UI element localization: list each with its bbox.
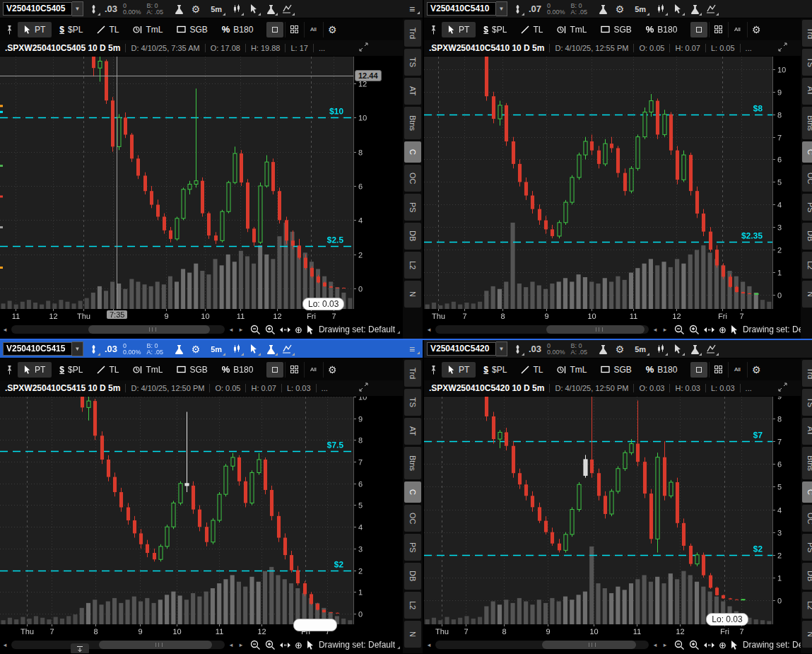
header-more[interactable]: ... xyxy=(316,384,333,392)
tl-tool-button[interactable]: TL xyxy=(90,362,125,378)
analysis-flask-button[interactable] xyxy=(688,2,702,16)
link-style-icon[interactable] xyxy=(510,342,524,356)
maximize-icon[interactable] xyxy=(778,42,787,52)
timeframe-button[interactable]: 5m xyxy=(207,2,225,16)
scrollbar-thumb[interactable] xyxy=(99,641,212,649)
side-tab-db[interactable]: DB xyxy=(404,223,421,250)
spl-tool-button[interactable]: $$PL xyxy=(477,362,513,378)
side-tab-trd[interactable]: Trd xyxy=(404,360,421,387)
header-more[interactable]: ... xyxy=(740,384,757,392)
scrollbar-thumb[interactable] xyxy=(542,641,636,649)
settings-gear-button[interactable]: ⚙ xyxy=(189,342,203,356)
side-tab-db[interactable]: DB xyxy=(404,563,421,590)
chart-style-button[interactable] xyxy=(654,2,668,16)
pt-tool-button[interactable]: PT xyxy=(18,362,52,378)
tml-tool-button[interactable]: TmL xyxy=(551,22,593,37)
crosshair-icon[interactable]: ⊕ xyxy=(295,325,302,334)
pointer-icon[interactable] xyxy=(307,641,314,650)
all-charts-button[interactable]: All xyxy=(304,22,322,37)
chart-scrollbar[interactable] xyxy=(435,641,649,649)
spl-tool-button[interactable]: $$PL xyxy=(53,362,89,378)
scrollbar-thumb[interactable] xyxy=(546,325,645,334)
chart-panel-V250410C5410[interactable]: V250410C5410 ▼ .07 00.00% B: 0A: .05 ⚙ 5… xyxy=(424,0,812,339)
side-tab-ts[interactable]: TS xyxy=(802,49,812,76)
b180-tool-button[interactable]: %B180 xyxy=(640,21,684,37)
side-tab-n[interactable]: N xyxy=(404,281,421,308)
scroll-step-left[interactable]: ◂ xyxy=(650,326,660,333)
single-chart-button[interactable] xyxy=(690,22,707,37)
pattern-tool-button[interactable] xyxy=(281,2,295,16)
grid-layout-button[interactable] xyxy=(709,362,726,378)
symbol-dropdown-button[interactable]: ▼ xyxy=(496,1,507,16)
zoom-in-icon[interactable] xyxy=(689,325,700,335)
tml-tool-button[interactable]: TmL xyxy=(126,22,169,37)
b180-tool-button[interactable]: %B180 xyxy=(216,361,260,378)
b180-tool-button[interactable]: %B180 xyxy=(640,361,684,378)
jump-to-start-button[interactable] xyxy=(71,643,89,653)
side-tab-ps[interactable]: PS xyxy=(802,534,812,561)
drawing-set-selector[interactable]: Drawing set: Default xyxy=(319,640,400,650)
link-style-icon[interactable] xyxy=(86,342,100,356)
scroll-step-left[interactable]: ◂ xyxy=(226,641,236,648)
analysis-flask-button[interactable] xyxy=(264,2,278,16)
settings-gear-button[interactable]: ⚙ xyxy=(613,342,627,356)
side-tab-ts[interactable]: TS xyxy=(404,49,421,76)
chart-scrollbar[interactable] xyxy=(11,641,225,649)
cursor-tool-button[interactable] xyxy=(247,342,261,356)
symbol-input[interactable]: V250410C5410 xyxy=(427,2,496,16)
side-tab-btns[interactable]: Btns xyxy=(404,107,421,139)
tml-tool-button[interactable]: TmL xyxy=(126,362,169,378)
scroll-left-arrow[interactable]: ◂ xyxy=(0,326,10,333)
studies-flask-button[interactable] xyxy=(596,342,610,356)
side-tab-n[interactable]: N xyxy=(802,281,812,308)
grid-layout-button[interactable] xyxy=(285,22,302,37)
panel-gear-button[interactable]: ⚙ xyxy=(747,22,765,37)
spl-tool-button[interactable]: $$PL xyxy=(477,22,513,37)
side-tab-ts[interactable]: TS xyxy=(404,389,421,416)
chart-style-button[interactable] xyxy=(230,342,244,356)
chart-panel-V250410C5415[interactable]: V250410C5415 ▼ .03 00.00% B: 0A: .05 ⚙ 5… xyxy=(0,340,423,653)
chart-menu-button[interactable]: ≡ xyxy=(404,4,420,15)
studies-flask-button[interactable] xyxy=(596,2,610,16)
studies-flask-button[interactable] xyxy=(172,2,186,16)
chart-scrollbar[interactable] xyxy=(11,325,225,334)
single-chart-button[interactable] xyxy=(690,362,707,378)
all-charts-button[interactable]: All xyxy=(728,22,746,37)
chart-style-button[interactable] xyxy=(230,2,244,16)
zoom-out-icon[interactable] xyxy=(674,640,685,650)
maximize-icon[interactable] xyxy=(778,383,787,392)
symbol-input[interactable]: V250410C5420 xyxy=(427,342,496,356)
sgb-tool-button[interactable]: SGB xyxy=(594,362,637,378)
pin-icon[interactable] xyxy=(2,362,16,378)
studies-flask-button[interactable] xyxy=(172,342,186,356)
expand-horizontal-icon[interactable] xyxy=(280,326,290,334)
side-tab-ps[interactable]: PS xyxy=(404,194,421,221)
side-tab-n[interactable]: N xyxy=(802,621,812,648)
chart-canvas[interactable] xyxy=(424,57,801,322)
zoom-out-icon[interactable] xyxy=(250,325,261,335)
cursor-tool-button[interactable] xyxy=(671,342,685,356)
symbol-dropdown-button[interactable]: ▼ xyxy=(72,341,83,356)
drawing-set-selector[interactable]: Drawing set: Default xyxy=(319,325,400,334)
side-tab-btns[interactable]: Btns xyxy=(404,447,421,479)
scroll-step-right[interactable]: ▸ xyxy=(236,326,246,333)
zoom-out-icon[interactable] xyxy=(674,325,685,335)
side-tab-c[interactable]: C xyxy=(802,141,812,163)
zoom-out-icon[interactable] xyxy=(250,640,261,650)
pin-icon[interactable] xyxy=(426,362,440,378)
chart-panel-V250410C5405[interactable]: V250410C5405 ▼ .03 00.00% B: 0A: .05 ⚙ 5… xyxy=(0,0,423,339)
link-style-icon[interactable] xyxy=(86,2,100,16)
grid-layout-button[interactable] xyxy=(285,362,302,378)
side-tab-l2[interactable]: L2 xyxy=(404,252,421,279)
crosshair-icon[interactable]: ⊕ xyxy=(719,641,726,650)
chart-canvas[interactable] xyxy=(0,397,403,637)
chart-panel-V250410C5420[interactable]: V250410C5420 ▼ .03 00.00% B: 0A: .05 ⚙ 5… xyxy=(424,340,812,653)
side-tab-l2[interactable]: L2 xyxy=(802,592,812,619)
tl-tool-button[interactable]: TL xyxy=(514,362,549,378)
crosshair-icon[interactable]: ⊕ xyxy=(719,325,726,334)
side-tab-c[interactable]: C xyxy=(404,481,421,503)
panel-gear-button[interactable]: ⚙ xyxy=(323,362,341,378)
grid-layout-button[interactable] xyxy=(709,22,726,37)
pointer-icon[interactable] xyxy=(731,641,739,650)
side-tab-ps[interactable]: PS xyxy=(404,534,421,561)
